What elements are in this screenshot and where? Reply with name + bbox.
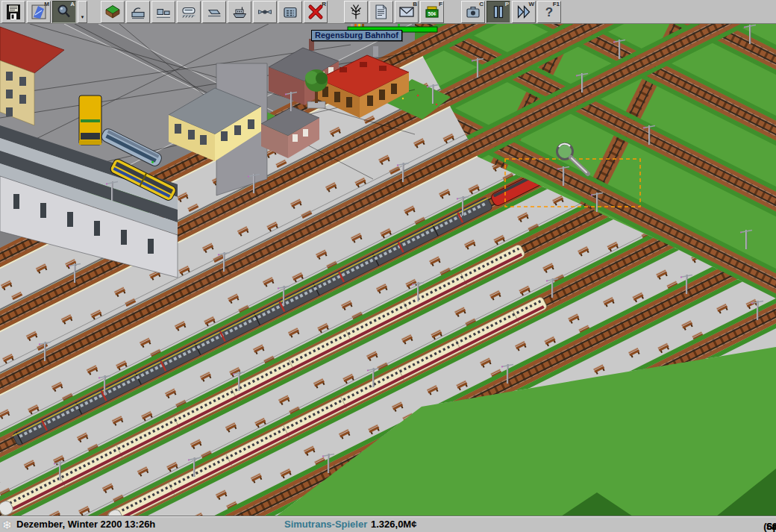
dock-tools-button[interactable]: [126, 1, 150, 23]
remove-tool-button[interactable]: R: [304, 1, 328, 23]
loading-bay-icon: [154, 3, 172, 21]
game-viewport[interactable]: [0, 24, 776, 516]
plane-icon: [256, 3, 274, 21]
timeline-status: alle Epochen: [772, 521, 776, 532]
player-name: Simutrans-Spieler: [284, 519, 367, 530]
loading-bay-tools-button[interactable]: [151, 1, 175, 23]
status-right-text: (60,204,1) Spiel angehalten alle Epochen: [763, 519, 772, 530]
lists-button[interactable]: [369, 1, 393, 23]
station-label[interactable]: Regensburg Bahnhof: [311, 30, 402, 41]
toolbar-group-gap: [329, 1, 344, 23]
rail-icon: [180, 3, 198, 21]
main-toolbar: MARBFCPWF1: [0, 0, 776, 24]
airport-tools-button[interactable]: [253, 1, 277, 23]
query-tool-button[interactable]: A: [52, 1, 76, 23]
status-bar: ❄ Dezember, Winter 2200 13:26h Simutrans…: [0, 516, 776, 532]
pause-button[interactable]: P: [486, 1, 510, 23]
plant-tree-tool-button[interactable]: [344, 1, 368, 23]
yellow-truck[interactable]: [79, 96, 101, 145]
shortcut-key-label: C: [479, 1, 484, 7]
simutrans-window: MARBFCPWF1 ▼ 50¢ ?: [0, 0, 776, 532]
document-icon: [372, 3, 390, 21]
player-cash: 1.326,0M¢: [371, 519, 416, 530]
depot-icon: [281, 3, 299, 21]
snowflake-icon: ❄: [2, 519, 12, 532]
shortcut-key-label: B: [413, 1, 417, 7]
shortcut-key-label: W: [528, 1, 534, 7]
arrow-down-icon: [79, 13, 86, 20]
dock-icon: [129, 3, 147, 21]
messages-button[interactable]: B: [395, 1, 419, 23]
toolbar-group-gap: [445, 1, 461, 23]
ship-icon: [231, 3, 248, 21]
toolbar-group-gap: [89, 1, 101, 23]
screenshot-button[interactable]: C: [461, 1, 485, 23]
shortcut-key-label: A: [70, 1, 75, 7]
map-button[interactable]: M: [27, 1, 51, 23]
shortcut-key-label: M: [44, 1, 49, 7]
game-date: Dezember, Winter 2200 13:26h: [16, 519, 155, 530]
shortcut-key-label: F: [439, 1, 442, 7]
ship-tools-button[interactable]: [228, 1, 251, 23]
floppy-icon: [4, 3, 22, 21]
finances-button[interactable]: F: [420, 1, 444, 23]
special-construction-tools-button[interactable]: [278, 1, 302, 23]
shortcut-key-label: R: [322, 1, 326, 7]
monorail-icon: [205, 3, 223, 21]
save-button[interactable]: [1, 1, 25, 23]
rail-tools-button[interactable]: [177, 1, 201, 23]
fast-forward-button[interactable]: W: [512, 1, 536, 23]
shortcut-key-label: P: [505, 1, 509, 7]
slope-icon: [104, 3, 122, 21]
shortcut-key-label: F1: [553, 1, 560, 7]
query-dropdown-button[interactable]: [78, 1, 87, 23]
help-button[interactable]: F1: [537, 1, 561, 23]
slope-tools-button[interactable]: [101, 1, 125, 23]
monorail-tools-button[interactable]: [202, 1, 226, 23]
tree-icon: [347, 3, 365, 21]
